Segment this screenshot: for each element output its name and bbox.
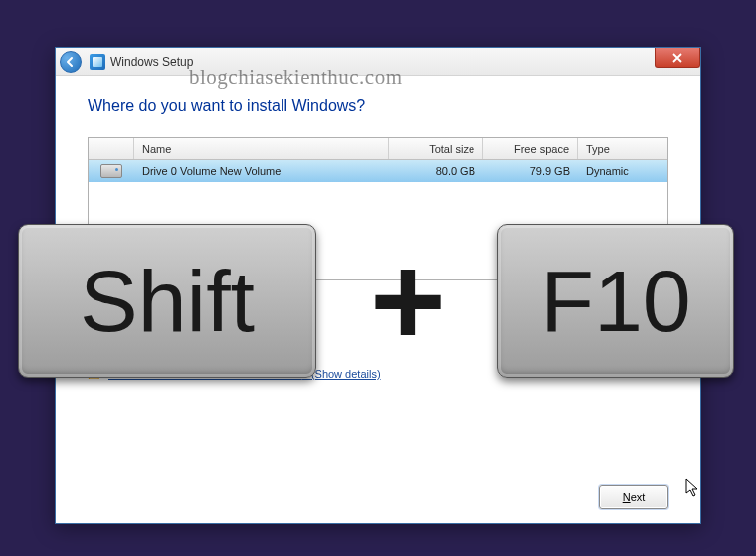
next-label: Next [623, 491, 646, 503]
column-name[interactable]: Name [134, 138, 389, 159]
column-type[interactable]: Type [578, 138, 667, 159]
plus-symbol: + [348, 231, 468, 370]
keycap-f10: F10 [497, 224, 734, 378]
drive-name: Drive 0 Volume New Volume [134, 165, 389, 177]
column-icon[interactable] [89, 138, 134, 159]
keycap-f10-label: F10 [540, 251, 691, 352]
arrow-left-icon [65, 56, 77, 68]
back-button[interactable] [60, 51, 82, 73]
drive-free: 79.9 GB [483, 165, 578, 177]
keycap-shift: Shift [18, 224, 316, 378]
table-row[interactable]: Drive 0 Volume New Volume 80.0 GB 79.9 G… [89, 160, 667, 182]
drive-icon-cell [89, 164, 134, 178]
column-free-space[interactable]: Free space [483, 138, 578, 159]
keycap-shift-label: Shift [80, 251, 255, 352]
hard-drive-icon [100, 164, 122, 178]
dialog-footer: Next [88, 467, 668, 509]
drive-type: Dynamic [578, 165, 667, 177]
windows-setup-icon [90, 54, 105, 70]
close-button[interactable] [655, 48, 700, 68]
table-header: Name Total size Free space Type [89, 138, 667, 160]
watermark-text: blogchiasekienthuc.com [189, 65, 403, 90]
drive-total: 80.0 GB [389, 165, 483, 177]
page-heading: Where do you want to install Windows? [88, 97, 668, 115]
close-icon [672, 53, 682, 63]
window-title: Windows Setup [110, 55, 193, 69]
mouse-cursor-icon [685, 478, 701, 501]
column-total-size[interactable]: Total size [389, 138, 483, 159]
next-button[interactable]: Next [599, 485, 668, 509]
